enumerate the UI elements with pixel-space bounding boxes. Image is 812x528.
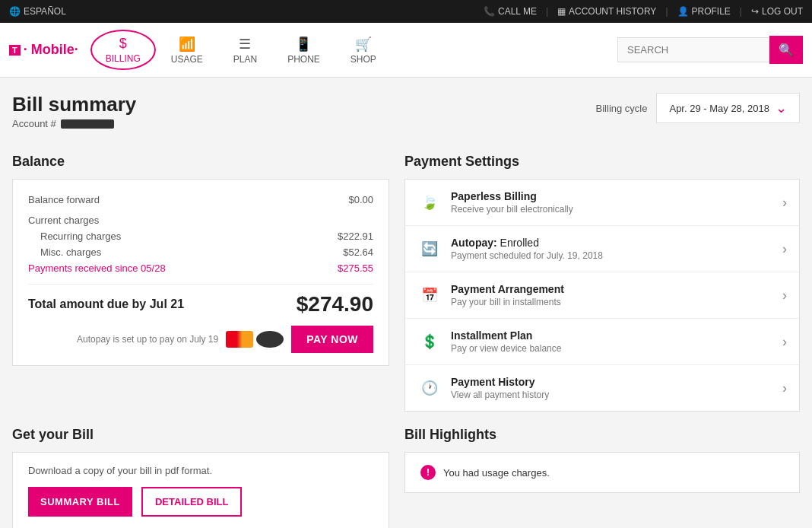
top-bar: 🌐 ESPAÑOL 📞 CALL ME | ▦ ACCOUNT HISTORY …: [0, 0, 812, 23]
bottom-row: Get your Bill Download a copy of your bi…: [12, 427, 800, 528]
refresh-icon: 🔄: [417, 237, 442, 261]
summary-bill-button[interactable]: SUMMARY BILL: [28, 487, 132, 517]
bill-header: Bill summary Account #: [12, 93, 136, 129]
payment-settings-list: 🍃 Paperless Billing Receive your bill el…: [404, 179, 800, 412]
card-icons: [226, 331, 284, 348]
paperless-billing-item[interactable]: 🍃 Paperless Billing Receive your bill el…: [405, 180, 799, 226]
recurring-charges-label: Recurring charges: [40, 231, 121, 242]
chevron-right-icon-2: ›: [782, 241, 787, 257]
balance-card: Balance forward $0.00 Current charges Re…: [12, 179, 389, 366]
balance-forward-value: $0.00: [348, 194, 373, 205]
balance-forward-label: Balance forward: [28, 194, 100, 205]
payment-arrangement-subtitle: Pay your bill in installments: [451, 297, 782, 307]
tmobile-logo: T · Mobile·: [9, 42, 78, 58]
payments-received-value: $275.55: [338, 262, 373, 274]
language-label[interactable]: ESPAÑOL: [24, 6, 66, 17]
get-bill-description: Download a copy of your bill in pdf form…: [28, 465, 373, 476]
chevron-right-icon: ›: [782, 195, 787, 211]
nav-phone[interactable]: 📱 PHONE: [272, 30, 335, 71]
bill-highlights-card: ! You had usage charges.: [404, 452, 800, 493]
billing-cycle-selector[interactable]: Apr. 29 - May 28, 2018 ⌄: [656, 93, 800, 123]
chevron-right-icon-4: ›: [782, 334, 787, 350]
top-bar-left: 🌐 ESPAÑOL: [9, 6, 66, 17]
nav-plan[interactable]: ☰ PLAN: [218, 30, 272, 71]
bill-buttons: SUMMARY BILL DETAILED BILL: [28, 487, 373, 517]
shop-icon: 🛒: [355, 36, 372, 52]
misc-charges-value: $52.64: [343, 247, 373, 258]
misc-charges-row: Misc. charges $52.64: [28, 244, 373, 260]
billing-icon: $: [119, 36, 127, 52]
account-redacted: [61, 119, 114, 129]
phone-icon: 📞: [484, 6, 495, 17]
left-column: Balance Balance forward $0.00 Current ch…: [12, 154, 389, 412]
recurring-charges-value: $222.91: [338, 231, 373, 242]
paperless-billing-title: Paperless Billing: [451, 190, 782, 202]
current-charges-row: Current charges: [28, 212, 373, 228]
payment-arrangement-title: Payment Arrangement: [451, 283, 782, 295]
payment-settings-title: Payment Settings: [404, 154, 800, 170]
total-label: Total amount due by Jul 21: [28, 297, 184, 311]
payment-history-title: Payment History: [451, 376, 782, 388]
nav-shop[interactable]: 🛒 SHOP: [335, 30, 392, 71]
globe-icon: 🌐: [9, 6, 21, 17]
logout-icon: ↪: [751, 6, 759, 17]
installment-plan-title: Installment Plan: [451, 329, 782, 342]
two-col-layout: Balance Balance forward $0.00 Current ch…: [12, 154, 800, 412]
history-nav-icon: 🕐: [417, 376, 442, 400]
nav-billing[interactable]: $ BILLING: [90, 30, 156, 70]
top-bar-right: 📞 CALL ME | ▦ ACCOUNT HISTORY | 👤 PROFIL…: [484, 6, 803, 17]
payment-history-content: Payment History View all payment history: [451, 376, 782, 400]
get-bill-section: Get your Bill Download a copy of your bi…: [12, 427, 389, 528]
nav-items: $ BILLING 📶 USAGE ☰ PLAN 📱 PHONE 🛒 SHOP: [90, 30, 617, 71]
total-amount: $274.90: [297, 292, 373, 316]
autopay-item[interactable]: 🔄 Autopay: Enrolled Payment scheduled fo…: [405, 226, 799, 272]
pay-now-button[interactable]: PAY NOW: [291, 326, 373, 353]
search-area: 🔍: [617, 36, 803, 64]
page-title: Bill summary: [12, 93, 136, 116]
chevron-right-icon-5: ›: [782, 380, 787, 396]
profile-link[interactable]: 👤 PROFILE: [677, 6, 731, 17]
highlight-text: You had usage charges.: [443, 467, 550, 479]
payment-arrangement-item[interactable]: 📅 Payment Arrangement Pay your bill in i…: [405, 272, 799, 319]
warning-badge: !: [420, 465, 436, 480]
get-bill-card: Download a copy of your bill in pdf form…: [12, 452, 389, 528]
card-other-icon: [256, 331, 284, 348]
usage-icon: 📶: [179, 36, 195, 52]
main-content: Bill summary Account # Billing cycle Apr…: [0, 78, 812, 528]
payment-history-item[interactable]: 🕐 Payment History View all payment histo…: [405, 365, 799, 411]
billing-cycle-row: Billing cycle Apr. 29 - May 28, 2018 ⌄: [596, 93, 800, 123]
dollar-icon: 💲: [417, 329, 442, 354]
get-bill-title: Get your Bill: [12, 427, 389, 443]
balance-forward-row: Balance forward $0.00: [28, 192, 373, 208]
highlight-item-1: ! You had usage charges.: [420, 465, 784, 480]
autopay-text: Autopay is set up to pay on July 19: [77, 334, 218, 345]
recurring-charges-row: Recurring charges $222.91: [28, 228, 373, 244]
account-number: Account #: [12, 118, 136, 129]
nav: T · Mobile· $ BILLING 📶 USAGE ☰ PLAN 📱 P…: [0, 23, 812, 78]
payment-history-subtitle: View all payment history: [451, 390, 782, 400]
search-button[interactable]: 🔍: [769, 36, 803, 64]
installment-plan-item[interactable]: 💲 Installment Plan Pay or view device ba…: [405, 319, 799, 365]
bill-highlights-title: Bill Highlights: [404, 427, 800, 443]
installment-plan-content: Installment Plan Pay or view device bala…: [451, 329, 782, 354]
search-input[interactable]: [617, 37, 769, 62]
payments-received-row[interactable]: Payments received since 05/28 $275.55: [28, 260, 373, 276]
payments-received-label: Payments received since 05/28: [28, 262, 166, 274]
person-icon: 👤: [677, 6, 689, 17]
balance-section-title: Balance: [12, 154, 389, 170]
misc-charges-label: Misc. charges: [40, 247, 101, 258]
mastercard-icon: [226, 331, 253, 348]
autopay-row: Autopay is set up to pay on July 19 PAY …: [28, 326, 373, 353]
logo: T · Mobile·: [9, 42, 78, 58]
autopay-title: Autopay: Enrolled: [451, 237, 782, 249]
account-history-link[interactable]: ▦ ACCOUNT HISTORY: [557, 6, 656, 17]
logout-link[interactable]: ↪ LOG OUT: [751, 6, 803, 17]
call-me-link[interactable]: 📞 CALL ME: [484, 6, 537, 17]
nav-usage[interactable]: 📶 USAGE: [156, 30, 218, 71]
bill-highlights-section: Bill Highlights ! You had usage charges.: [404, 427, 800, 528]
detailed-bill-button[interactable]: DETAILED BILL: [141, 487, 243, 517]
balance-divider: [28, 284, 373, 285]
autopay-content: Autopay: Enrolled Payment scheduled for …: [451, 237, 782, 261]
current-charges-label: Current charges: [28, 215, 99, 226]
paperless-billing-content: Paperless Billing Receive your bill elec…: [451, 190, 782, 215]
